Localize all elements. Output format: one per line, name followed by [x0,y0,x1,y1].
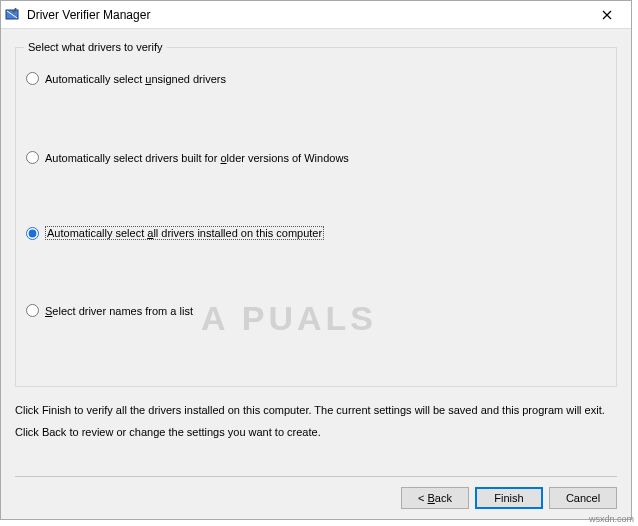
attribution: wsxdn.com [589,514,634,524]
radio-list[interactable]: Select driver names from a list [26,304,606,317]
radio-list-label: Select driver names from a list [45,305,193,317]
dialog-window: Driver Verifier Manager Select what driv… [0,0,632,520]
radio-unsigned-input[interactable] [26,72,39,85]
content-area: Select what drivers to verify Automatica… [1,29,631,519]
radio-older-label: Automatically select drivers built for o… [45,152,349,164]
help-line-2: Click Back to review or change the setti… [15,423,617,443]
app-icon [5,7,21,23]
radio-all-input[interactable] [26,227,39,240]
button-row: < Back Finish Cancel [15,476,617,509]
window-title: Driver Verifier Manager [27,8,587,22]
help-text: Click Finish to verify all the drivers i… [15,401,617,445]
radio-list-input[interactable] [26,304,39,317]
close-icon [602,10,612,20]
finish-button[interactable]: Finish [475,487,543,509]
radio-unsigned[interactable]: Automatically select unsigned drivers [26,72,606,85]
group-legend: Select what drivers to verify [24,41,167,53]
close-button[interactable] [587,2,627,28]
help-line-1: Click Finish to verify all the drivers i… [15,401,617,421]
radio-older-input[interactable] [26,151,39,164]
cancel-button[interactable]: Cancel [549,487,617,509]
driver-select-group: Select what drivers to verify Automatica… [15,47,617,387]
radio-unsigned-label: Automatically select unsigned drivers [45,73,226,85]
titlebar: Driver Verifier Manager [1,1,631,29]
back-button[interactable]: < Back [401,487,469,509]
radio-all[interactable]: Automatically select all drivers install… [26,226,606,240]
radio-older[interactable]: Automatically select drivers built for o… [26,151,606,164]
radio-all-label: Automatically select all drivers install… [45,226,324,240]
